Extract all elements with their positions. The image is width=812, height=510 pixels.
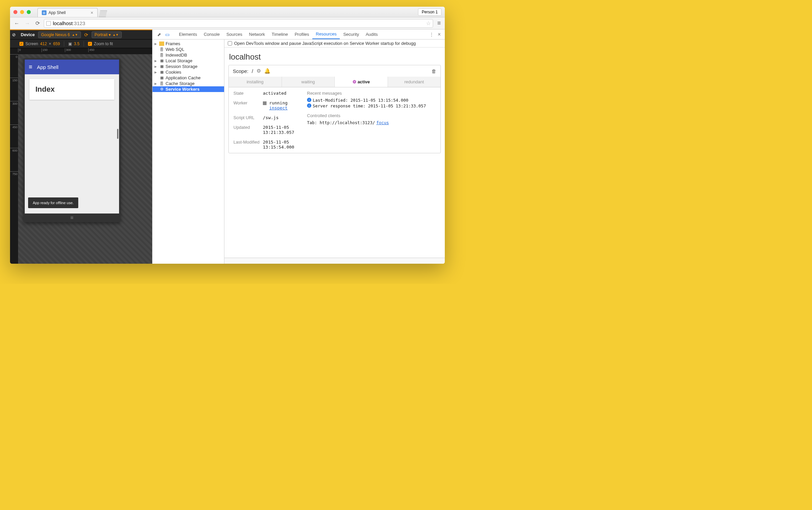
tab-resources[interactable]: Resources: [312, 29, 340, 39]
table-icon: ▦: [159, 70, 164, 74]
screen-checkbox[interactable]: ✓: [20, 42, 23, 46]
zoom-checkbox[interactable]: ✓: [88, 42, 92, 46]
sw-state-tabs: installing waiting ⚙ active redundant: [229, 77, 441, 87]
sw-tab-redundant[interactable]: redundant: [388, 77, 441, 87]
devtools-close-icon[interactable]: ×: [437, 31, 442, 37]
worker-label: Worker: [234, 101, 260, 110]
resource-detail: Open DevTools window and pause JavaScrip…: [224, 39, 445, 264]
device-viewport: ↘ ❯_ 0 150 300 450 0 150 300 450 600 750: [10, 48, 152, 264]
profile-button[interactable]: Person 1: [418, 8, 442, 16]
browser-tab[interactable]: ▤ App Shell ×: [37, 8, 98, 17]
ruler-horizontal: 0 150 300 450: [18, 48, 152, 54]
lastmod-label: Last-Modified: [234, 140, 260, 149]
chevron-updown-icon: ▲▼: [113, 33, 119, 36]
tab-elements[interactable]: Elements: [176, 30, 200, 39]
close-tab-icon[interactable]: ×: [91, 10, 93, 16]
bell-icon[interactable]: 🔔: [264, 68, 271, 74]
sw-tab-installing[interactable]: installing: [229, 77, 282, 87]
tree-item-websql[interactable]: 🗄Web SQL: [152, 47, 224, 52]
screen-width[interactable]: 412: [40, 41, 47, 46]
close-window-icon[interactable]: [13, 10, 18, 14]
rotate-icon[interactable]: ⟳: [84, 32, 88, 37]
toolbar: ← → ⟳ localhost:3123 ☆ ≡: [10, 18, 445, 29]
devtools-panel: ⬈ ▭ Elements Console Sources Network Tim…: [152, 29, 445, 264]
table-icon: ▦: [159, 76, 164, 80]
forward-button[interactable]: →: [23, 21, 31, 26]
scrollbar-thumb[interactable]: [117, 129, 118, 139]
sw-tab-waiting[interactable]: waiting: [282, 77, 335, 87]
scope-value: /: [252, 68, 253, 74]
lastmod-value: 2015-11-05 13:15:54.000: [263, 140, 304, 149]
gear-icon[interactable]: ⚙: [257, 68, 261, 74]
sw-tab-active[interactable]: ⚙ active: [335, 77, 388, 87]
tab-network[interactable]: Network: [246, 30, 269, 39]
scope-label: Scope:: [233, 68, 248, 74]
info-icon: i: [307, 98, 311, 102]
maximize-window-icon[interactable]: [27, 10, 31, 14]
new-tab-button[interactable]: [99, 10, 107, 17]
tab-audits[interactable]: Audits: [362, 30, 381, 39]
sw-host: localhost: [224, 48, 445, 65]
devtools-menu-icon[interactable]: ⋮: [427, 32, 437, 37]
device-mode-icon[interactable]: ▭: [163, 32, 172, 37]
devtools-drawer-handle[interactable]: [224, 258, 445, 264]
tree-item-cachestorage[interactable]: ▶🗄Cache Storage: [152, 81, 224, 86]
page-icon: [46, 21, 51, 26]
sw-fields: State activated Worker running inspect: [234, 91, 304, 149]
clients-header: Controlled clients: [307, 113, 436, 118]
tree-item-appcache[interactable]: ▦Application Cache: [152, 75, 224, 81]
chevron-updown-icon: ▲▼: [72, 33, 78, 36]
database-icon: 🗄: [159, 81, 164, 86]
dpr-value[interactable]: 3.5: [74, 41, 80, 46]
app-bar: ≡ App Shell: [25, 60, 119, 74]
devtools-body: ▶Frames 🗄Web SQL 🗄IndexedDB ▶▦Local Stor…: [152, 39, 445, 264]
sw-pause-checkbox[interactable]: [228, 41, 232, 46]
tree-item-indexeddb[interactable]: 🗄IndexedDB: [152, 52, 224, 58]
url-text: localhost:3123: [53, 21, 85, 26]
chrome-menu-icon[interactable]: ≡: [436, 20, 442, 27]
orientation-select[interactable]: Portrait ▾▲▼: [92, 31, 122, 38]
screen-height[interactable]: 659: [53, 41, 60, 46]
phone-screen[interactable]: ≡ App Shell Index App ready for offline …: [25, 60, 119, 214]
reload-button[interactable]: ⟳: [34, 20, 41, 26]
devtools-tabs: ⬈ ▭ Elements Console Sources Network Tim…: [152, 29, 445, 39]
device-emulation-panel: ⊘ Device Google Nexus 6▲▼ ⟳ Portrait ▾▲▼…: [10, 29, 152, 264]
no-entry-icon[interactable]: ⊘: [10, 32, 18, 37]
inspect-link[interactable]: inspect: [269, 106, 288, 110]
tree-item-frames[interactable]: ▶Frames: [152, 41, 224, 47]
titlebar: ▤ App Shell × Person 1: [10, 7, 445, 18]
script-label: Script URL: [234, 115, 260, 120]
database-icon: 🗄: [159, 47, 164, 52]
device-subtoolbar: ✓ Screen 412 × 659 ▣ 3.5 ✓ Zoom to fit: [10, 39, 152, 48]
tree-item-localstorage[interactable]: ▶▦Local Storage: [152, 58, 224, 64]
tree-item-sessionstorage[interactable]: ▶▦Session Storage: [152, 64, 224, 69]
trash-icon[interactable]: 🗑: [431, 68, 437, 74]
tab-title: App Shell: [49, 10, 65, 15]
stop-icon[interactable]: [263, 102, 267, 105]
tab-timeline[interactable]: Timeline: [268, 30, 291, 39]
tree-item-serviceworkers[interactable]: ⚙Service Workers: [152, 86, 224, 92]
ruler-vertical: 0 150 300 450 600 750: [10, 48, 18, 264]
tab-strip: ▤ App Shell ×: [37, 7, 107, 17]
tab-profiles[interactable]: Profiles: [291, 30, 312, 39]
bookmark-star-icon[interactable]: ☆: [426, 20, 431, 26]
sw-scope-row: Scope: / ⚙ 🔔 🗑: [229, 65, 441, 77]
tab-security[interactable]: Security: [340, 30, 362, 39]
device-select[interactable]: Google Nexus 6▲▼: [38, 31, 81, 38]
back-button[interactable]: ←: [13, 21, 21, 26]
inspect-element-icon[interactable]: ⬈: [155, 32, 163, 37]
index-card: Index: [29, 79, 114, 100]
tree-item-cookies[interactable]: ▶▦Cookies: [152, 69, 224, 75]
tab-sources[interactable]: Sources: [223, 30, 246, 39]
tab-console[interactable]: Console: [200, 30, 223, 39]
gear-icon: ⚙: [353, 79, 357, 84]
address-bar[interactable]: localhost:3123 ☆: [44, 19, 433, 28]
minimize-window-icon[interactable]: [20, 10, 24, 14]
messages-header: Recent messages: [307, 91, 436, 96]
table-icon: ▦: [159, 59, 164, 63]
screen-label: Screen: [25, 41, 38, 46]
client-row: Tab: http://localhost:3123/ focus: [307, 120, 436, 125]
hamburger-icon[interactable]: ≡: [29, 64, 32, 70]
message-row: iLast-Modified: 2015-11-05 13:15:54.000: [307, 98, 436, 103]
focus-link[interactable]: focus: [376, 120, 389, 125]
